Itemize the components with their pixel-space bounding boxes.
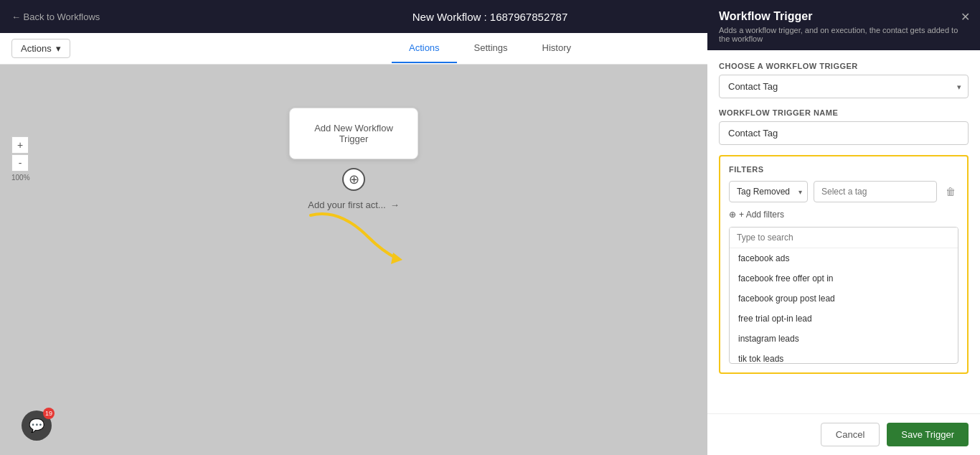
panel-body: CHOOSE A WORKFLOW TRIGGER Contact Tag ▾ … xyxy=(707,50,980,65)
tab-settings[interactable]: Settings xyxy=(457,34,525,63)
panel-header: Workflow Trigger Adds a workflow trigger… xyxy=(707,0,980,50)
panel-subtitle: Adds a workflow trigger, and on executio… xyxy=(719,26,969,43)
panel-title: Workflow Trigger xyxy=(719,10,969,23)
tab-group: Actions Settings History xyxy=(392,34,588,63)
workflow-trigger-panel: Workflow Trigger Adds a workflow trigger… xyxy=(707,0,980,65)
tab-history[interactable]: History xyxy=(525,34,588,63)
actions-dropdown-button[interactable]: Actions ▾ xyxy=(11,39,70,58)
chevron-down-icon: ▾ xyxy=(56,43,61,54)
actions-label: Actions xyxy=(21,43,52,54)
close-panel-button[interactable]: ✕ xyxy=(961,10,970,24)
choose-trigger-label: CHOOSE A WORKFLOW TRIGGER xyxy=(719,62,969,65)
workflow-title: New Workflow : 1687967852787 xyxy=(413,11,568,23)
back-to-workflows-link[interactable]: ← Back to Workflows xyxy=(11,11,100,22)
tab-actions[interactable]: Actions xyxy=(392,34,457,63)
